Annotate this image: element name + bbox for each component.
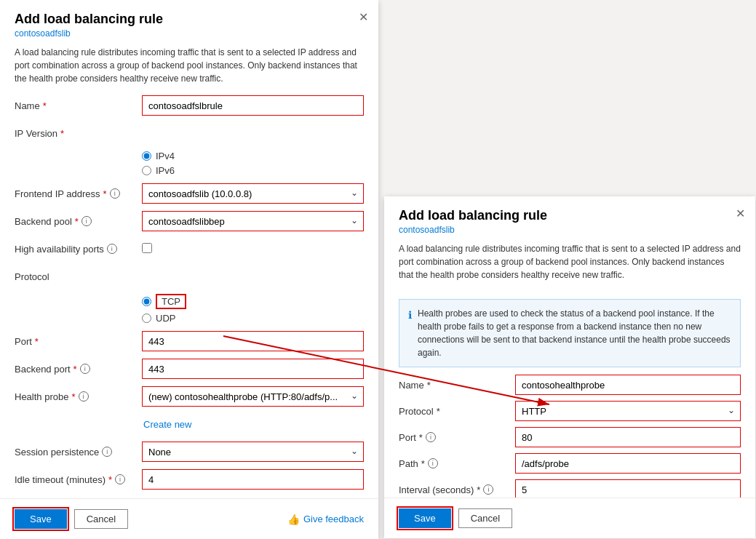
backend-port-row: Backend port * i bbox=[15, 359, 364, 379]
idle-timeout-row: Idle timeout (minutes) * i bbox=[15, 469, 364, 490]
left-panel-header: Add load balancing rule contosoadfslib A… bbox=[0, 0, 378, 95]
backend-pool-label: Backend pool * i bbox=[15, 216, 142, 227]
right-panel-header: Add load balancing rule contosoadfslib A… bbox=[384, 196, 755, 292]
udp-radio[interactable] bbox=[142, 314, 151, 323]
high-availability-checkbox[interactable] bbox=[142, 243, 152, 253]
name-input[interactable] bbox=[142, 95, 364, 116]
health-probe-row: Health probe * i (new) contosohealthprob… bbox=[15, 386, 364, 407]
rp-path-input[interactable] bbox=[515, 453, 741, 474]
rp-interval-info-icon[interactable]: i bbox=[483, 484, 493, 495]
rp-port-input[interactable] bbox=[515, 427, 741, 447]
tcp-radio[interactable] bbox=[142, 297, 151, 306]
idle-timeout-info-icon[interactable]: i bbox=[115, 474, 125, 484]
name-label: Name * bbox=[15, 100, 142, 111]
port-row: Port * bbox=[15, 331, 364, 351]
health-probe-label: Health probe * i bbox=[15, 391, 142, 402]
backend-pool-row: Backend pool * i contosoadfslibbep bbox=[15, 211, 364, 231]
rp-port-row: Port * i bbox=[399, 427, 741, 447]
session-persistence-info-icon[interactable]: i bbox=[102, 447, 112, 457]
right-panel-subtitle: contosoadfslib bbox=[399, 225, 741, 235]
create-new-row: Create new bbox=[15, 414, 364, 434]
feedback-icon: 👍 bbox=[287, 514, 300, 525]
backend-pool-select-wrap: contosoadfslibbep bbox=[142, 211, 364, 231]
rp-path-label: Path * i bbox=[399, 458, 515, 469]
health-probe-select[interactable]: (new) contosohealthprobe (HTTP:80/adfs/p… bbox=[142, 386, 364, 407]
idle-timeout-label: Idle timeout (minutes) * i bbox=[15, 474, 142, 485]
port-label: Port * bbox=[15, 336, 142, 347]
rp-protocol-row: Protocol * HTTP bbox=[399, 401, 741, 421]
ip-version-row: IP Version * bbox=[15, 123, 364, 143]
info-box-icon: ℹ bbox=[408, 308, 412, 359]
ipv6-radio-item[interactable]: IPv6 bbox=[142, 165, 364, 176]
frontend-ip-row: Frontend IP address * i contosoadfslib (… bbox=[15, 183, 364, 204]
ipv4-radio[interactable] bbox=[142, 151, 151, 161]
rp-name-input[interactable] bbox=[515, 375, 741, 395]
health-probe-info-box: ℹ Health probes are used to check the st… bbox=[399, 299, 741, 367]
right-panel-title: Add load balancing rule bbox=[399, 208, 741, 223]
right-panel: Add load balancing rule contosoadfslib A… bbox=[384, 196, 755, 538]
right-panel-close-button[interactable]: ✕ bbox=[736, 207, 745, 220]
ipv4-radio-item[interactable]: IPv4 bbox=[142, 151, 364, 161]
left-panel-desc: A load balancing rule distributes incomi… bbox=[15, 46, 364, 85]
session-persistence-row: Session persistence i None bbox=[15, 442, 364, 462]
rp-protocol-select[interactable]: HTTP bbox=[515, 401, 741, 421]
backend-port-label: Backend port * i bbox=[15, 364, 142, 375]
udp-radio-item[interactable]: UDP bbox=[142, 313, 364, 324]
rp-protocol-select-wrap: HTTP bbox=[515, 401, 741, 421]
create-new-link[interactable]: Create new bbox=[143, 419, 191, 430]
left-panel-body: Name * IP Version * IPv4 IPv bbox=[0, 95, 378, 498]
right-panel-footer: Save Cancel bbox=[384, 498, 755, 538]
right-save-button[interactable]: Save bbox=[399, 508, 451, 528]
rp-interval-input[interactable] bbox=[515, 479, 741, 498]
session-persistence-select[interactable]: None bbox=[142, 442, 364, 462]
right-panel-desc: A load balancing rule distributes incomi… bbox=[399, 242, 741, 282]
rp-protocol-label: Protocol * bbox=[399, 406, 515, 417]
rp-path-row: Path * i bbox=[399, 453, 741, 474]
high-availability-row: High availability ports i bbox=[15, 239, 364, 259]
high-availability-label: High availability ports i bbox=[15, 244, 142, 255]
rp-interval-label: Interval (seconds) * i bbox=[399, 484, 515, 495]
rp-path-info-icon[interactable]: i bbox=[428, 458, 438, 468]
left-save-button[interactable]: Save bbox=[15, 509, 67, 529]
backend-pool-info-icon[interactable]: i bbox=[81, 216, 92, 226]
port-input[interactable] bbox=[142, 331, 364, 351]
session-persistence-label: Session persistence i bbox=[15, 447, 142, 458]
backend-pool-select[interactable]: contosoadfslibbep bbox=[142, 211, 364, 231]
name-row: Name * bbox=[15, 95, 364, 116]
health-probe-info-icon[interactable]: i bbox=[79, 391, 89, 402]
right-cancel-button[interactable]: Cancel bbox=[458, 508, 512, 528]
idle-timeout-input[interactable] bbox=[142, 469, 364, 490]
left-panel-subtitle: contosoadfslib bbox=[15, 28, 364, 39]
ipv6-radio[interactable] bbox=[142, 166, 151, 175]
session-persistence-select-wrap: None bbox=[142, 442, 364, 462]
health-probe-select-wrap: (new) contosohealthprobe (HTTP:80/adfs/p… bbox=[142, 386, 364, 407]
frontend-ip-select[interactable]: contosoadfslib (10.0.0.8) bbox=[142, 183, 364, 204]
rp-name-row: Name * bbox=[399, 375, 741, 395]
protocol-label: Protocol bbox=[15, 271, 142, 282]
frontend-ip-select-wrap: contosoadfslib (10.0.0.8) bbox=[142, 183, 364, 204]
left-cancel-button[interactable]: Cancel bbox=[74, 509, 128, 529]
left-panel-close-button[interactable]: ✕ bbox=[359, 10, 368, 24]
ip-version-label: IP Version * bbox=[15, 128, 142, 139]
frontend-ip-info-icon[interactable]: i bbox=[110, 188, 120, 199]
left-panel-title: Add load balancing rule bbox=[15, 12, 364, 27]
high-availability-info-icon[interactable]: i bbox=[107, 244, 117, 254]
left-panel: Add load balancing rule contosoadfslib A… bbox=[0, 0, 378, 539]
right-panel-body: ℹ Health probes are used to check the st… bbox=[384, 292, 755, 498]
rp-interval-row: Interval (seconds) * i bbox=[399, 479, 741, 498]
backend-port-info-icon[interactable]: i bbox=[80, 364, 90, 374]
rp-name-label: Name * bbox=[399, 380, 515, 391]
protocol-row: Protocol bbox=[15, 266, 364, 287]
backend-port-input[interactable] bbox=[142, 359, 364, 379]
rp-port-label: Port * i bbox=[399, 432, 515, 443]
frontend-ip-label: Frontend IP address * i bbox=[15, 188, 142, 199]
tcp-radio-item[interactable]: TCP bbox=[142, 294, 364, 309]
rp-port-info-icon[interactable]: i bbox=[426, 432, 436, 442]
give-feedback-link[interactable]: 👍 Give feedback bbox=[287, 514, 364, 525]
left-panel-footer: Save Cancel 👍 Give feedback bbox=[0, 498, 378, 539]
